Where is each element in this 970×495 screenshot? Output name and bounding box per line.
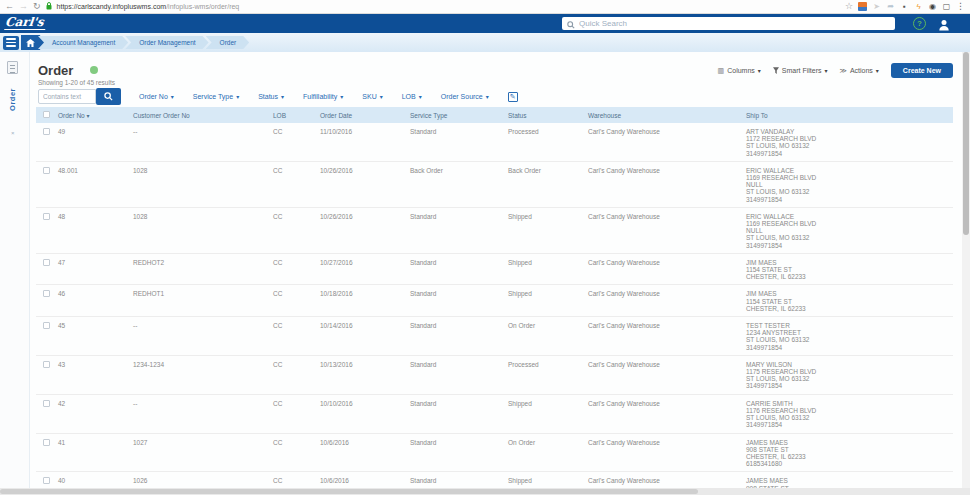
cell-status: On Order bbox=[508, 317, 588, 356]
edit-filters-icon[interactable]: ✎ bbox=[508, 92, 518, 102]
row-checkbox[interactable] bbox=[43, 477, 50, 484]
back-icon[interactable]: ← bbox=[5, 2, 14, 11]
cell-customer-order-no: -- bbox=[133, 317, 273, 356]
breadcrumb-item-account-management[interactable]: Account Management bbox=[38, 36, 128, 49]
column-header-service-type[interactable]: Service Type bbox=[410, 107, 508, 123]
close-icon[interactable]: × bbox=[11, 130, 15, 136]
cell-customer-order-no: 1028 bbox=[133, 161, 273, 207]
filter-dropdown-lob[interactable]: LOB▾ bbox=[402, 93, 422, 100]
cell-order-no: 43 bbox=[58, 355, 133, 394]
breadcrumb-item-order-management[interactable]: Order Management bbox=[125, 36, 208, 49]
cell-lob: CC bbox=[273, 207, 320, 253]
filter-dropdown-order-no[interactable]: Order No▾ bbox=[139, 93, 174, 100]
row-checkbox[interactable] bbox=[43, 439, 50, 446]
table-toolbar: ▥ Columns ▾ Smart Filters ▾ ≫ Actions ▾ … bbox=[718, 63, 953, 78]
horizontal-scrollbar-thumb[interactable] bbox=[0, 489, 698, 494]
table-row[interactable]: 431234-1234CC10/13/2016StandardProcessed… bbox=[36, 355, 953, 394]
column-header-customer-order-no[interactable]: Customer Order No bbox=[133, 107, 273, 123]
contains-text-input[interactable] bbox=[38, 89, 96, 104]
column-header-order-date[interactable]: Order Date bbox=[320, 107, 410, 123]
reload-icon[interactable]: ↻ bbox=[33, 2, 41, 11]
vertical-scrollbar[interactable] bbox=[962, 52, 970, 488]
extension-icon-5[interactable]: ϟ bbox=[914, 2, 923, 11]
columns-icon: ▥ bbox=[718, 67, 725, 75]
chevron-down-icon: ▾ bbox=[281, 93, 284, 100]
table-row[interactable]: 47REDHOT2CC10/27/2016StandardShippedCarl… bbox=[36, 253, 953, 285]
quick-search[interactable] bbox=[562, 17, 895, 30]
vertical-scrollbar-thumb[interactable] bbox=[963, 52, 969, 235]
column-header-order-no[interactable]: Order No ▾ bbox=[58, 107, 133, 123]
ship-to-line: MARY WILSON bbox=[746, 361, 951, 368]
ship-to-line: CHESTER, IL 62233 bbox=[746, 273, 951, 280]
row-checkbox[interactable] bbox=[43, 290, 50, 297]
filter-dropdown-fulfillability[interactable]: Fulfillability▾ bbox=[303, 93, 343, 100]
table-row[interactable]: 411027CC10/6/2016StandardOn OrderCarl's … bbox=[36, 433, 953, 472]
cell-order-date: 10/18/2016 bbox=[320, 285, 410, 317]
ship-to-line: 1172 RESEARCH BLVD bbox=[746, 135, 951, 142]
table-row[interactable]: 45--CC10/14/2016StandardOn OrderCarl's C… bbox=[36, 317, 953, 356]
cell-order-date: 10/27/2016 bbox=[320, 253, 410, 285]
search-button[interactable] bbox=[96, 88, 121, 105]
extension-icon-7[interactable]: ▢ bbox=[942, 2, 951, 11]
cell-lob: CC bbox=[273, 433, 320, 472]
cell-status: Processed bbox=[508, 355, 588, 394]
extension-icon-6[interactable]: ◉ bbox=[928, 2, 937, 11]
extension-icon-2[interactable]: ➤ bbox=[872, 2, 881, 11]
recent-pages-icon[interactable] bbox=[7, 61, 18, 74]
create-new-button[interactable]: Create New bbox=[891, 63, 953, 78]
horizontal-scrollbar[interactable] bbox=[0, 488, 970, 495]
breadcrumb: Account ManagementOrder ManagementOrder bbox=[41, 36, 249, 49]
columns-menu[interactable]: ▥ Columns ▾ bbox=[718, 67, 761, 75]
filter-dropdown-service-type[interactable]: Service Type▾ bbox=[193, 93, 239, 100]
table-row[interactable]: 49--CC11/10/2016StandardProcessedCarl's … bbox=[36, 123, 953, 161]
extension-icon-3[interactable]: ➦ bbox=[886, 2, 895, 11]
menu-icon[interactable] bbox=[3, 36, 19, 50]
row-checkbox[interactable] bbox=[43, 322, 50, 329]
quick-search-input[interactable] bbox=[579, 19, 890, 28]
help-icon[interactable]: ? bbox=[913, 17, 926, 30]
column-header-warehouse[interactable]: Warehouse bbox=[588, 107, 746, 123]
select-all-checkbox[interactable] bbox=[43, 111, 50, 118]
actions-menu[interactable]: ≫ Actions ▾ bbox=[840, 67, 879, 75]
filter-dropdown-sku[interactable]: SKU▾ bbox=[362, 93, 382, 100]
filter-dropdown-order-source[interactable]: Order Source▾ bbox=[441, 93, 489, 100]
row-checkbox[interactable] bbox=[43, 259, 50, 266]
padlock-icon bbox=[46, 2, 52, 12]
cell-order-date: 10/26/2016 bbox=[320, 161, 410, 207]
cell-order-date: 10/26/2016 bbox=[320, 207, 410, 253]
breadcrumb-item-order[interactable]: Order bbox=[206, 36, 250, 49]
cell-customer-order-no: 1027 bbox=[133, 433, 273, 472]
table-row[interactable]: 48.0011028CC10/26/2016Back OrderBack Ord… bbox=[36, 161, 953, 207]
column-header-status[interactable]: Status bbox=[508, 107, 588, 123]
url-text[interactable]: https://carlscandy.infopluswms.com/infop… bbox=[57, 2, 240, 11]
cell-ship-to: MARY WILSON1175 RESEARCH BLVDST LOUIS, M… bbox=[746, 355, 953, 394]
help-video-icon[interactable] bbox=[90, 66, 98, 74]
filter-dropdown-status[interactable]: Status▾ bbox=[258, 93, 284, 100]
cell-warehouse: Carl's Candy Warehouse bbox=[588, 433, 746, 472]
row-checkbox[interactable] bbox=[43, 400, 50, 407]
browser-menu-icon[interactable]: ⋮ bbox=[956, 2, 965, 11]
filter-label: Order Source bbox=[441, 93, 483, 100]
cell-lob: CC bbox=[273, 285, 320, 317]
row-checkbox[interactable] bbox=[43, 213, 50, 220]
extension-icon-1[interactable] bbox=[858, 2, 867, 11]
table-row[interactable]: 401026CC10/6/2016StandardShippedCarl's C… bbox=[36, 472, 953, 488]
row-checkbox[interactable] bbox=[43, 361, 50, 368]
extension-icon-4[interactable]: ▪ bbox=[900, 2, 909, 11]
ship-to-line: CARRIE SMITH bbox=[746, 400, 951, 407]
smart-filters-menu[interactable]: Smart Filters ▾ bbox=[773, 67, 828, 75]
filter-label: Service Type bbox=[193, 93, 233, 100]
row-checkbox[interactable] bbox=[43, 167, 50, 174]
ship-to-line: TEST TESTER bbox=[746, 322, 951, 329]
column-header-lob[interactable]: LOB bbox=[273, 107, 320, 123]
bookmark-star-icon[interactable]: ☆ bbox=[845, 2, 853, 11]
column-header-ship-to[interactable]: Ship To bbox=[746, 107, 953, 123]
table-row[interactable]: 42--CC10/10/2016StandardShippedCarl's Ca… bbox=[36, 394, 953, 433]
column-header-label: Ship To bbox=[746, 112, 768, 119]
table-row[interactable]: 481028CC10/26/2016StandardShippedCarl's … bbox=[36, 207, 953, 253]
table-row[interactable]: 46REDHOT1CC10/18/2016StandardShippedCarl… bbox=[36, 285, 953, 317]
cell-status: Shipped bbox=[508, 285, 588, 317]
forward-icon[interactable]: → bbox=[19, 2, 28, 11]
vertical-tab-order[interactable]: Order bbox=[8, 88, 17, 111]
row-checkbox[interactable] bbox=[43, 128, 50, 135]
